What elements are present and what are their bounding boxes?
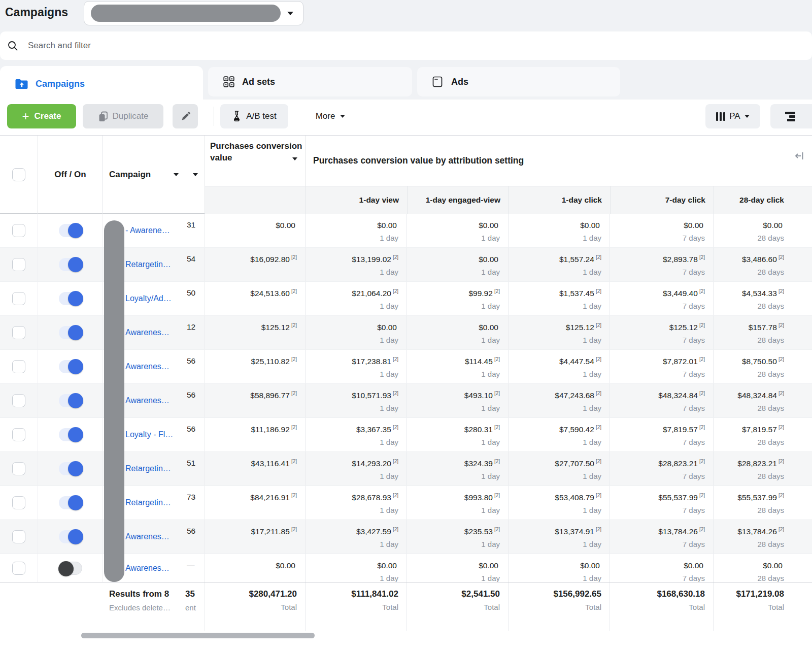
campaign-toggle[interactable] bbox=[59, 326, 82, 339]
campaign-toggle[interactable] bbox=[59, 462, 82, 475]
row-checkbox[interactable] bbox=[12, 292, 25, 305]
campaign-toggle[interactable] bbox=[59, 292, 82, 305]
row-checkbox-cell bbox=[0, 282, 38, 315]
campaign-toggle[interactable] bbox=[59, 496, 82, 509]
1-day-click-cell: $0.001 day bbox=[509, 214, 610, 247]
account-selector-dropdown[interactable] bbox=[84, 1, 303, 25]
ads-manager-app: Campaigns Campaigns bbox=[0, 0, 812, 650]
row-checkbox-cell bbox=[0, 554, 38, 582]
campaign-name-link[interactable]: Awarenes… bbox=[125, 328, 170, 337]
clipped-column-fragment: — bbox=[186, 554, 205, 582]
subheader-7-day-click: 7-day click bbox=[610, 186, 714, 214]
1-day-view-cell: $0.001 day bbox=[306, 554, 407, 582]
7-day-click-cell: $7,819.57[2]7 days bbox=[610, 418, 714, 451]
7-day-click-cell: $0.007 days bbox=[610, 554, 714, 582]
campaign-name-link[interactable]: - Awarene… bbox=[125, 226, 170, 235]
more-button[interactable]: More bbox=[305, 104, 356, 128]
sort-caret-icon[interactable] bbox=[292, 157, 297, 160]
more-button-label: More bbox=[316, 111, 335, 121]
campaign-name-link[interactable]: Awarenes… bbox=[125, 362, 170, 371]
campaign-name-link[interactable]: Loyalty/Ad… bbox=[125, 294, 172, 303]
search-input[interactable] bbox=[28, 41, 332, 51]
row-checkbox[interactable] bbox=[12, 224, 25, 237]
7-day-click-cell: $28,823.21[2]7 days bbox=[610, 452, 714, 485]
sort-caret-icon[interactable] bbox=[193, 173, 198, 176]
campaign-toggle[interactable] bbox=[59, 224, 82, 237]
subheader-28-day-click: 28-day click bbox=[714, 186, 812, 214]
columns-button[interactable]: PA bbox=[705, 104, 760, 128]
subheader-1-day-engaged-view: 1-day engaged-view bbox=[407, 186, 509, 214]
breakdown-button[interactable] bbox=[770, 104, 812, 128]
campaign-name-link[interactable]: Retargetin… bbox=[125, 498, 171, 507]
duplicate-button[interactable]: Duplicate bbox=[83, 104, 163, 128]
tab-campaigns[interactable]: Campaigns bbox=[0, 66, 203, 102]
campaign-toggle[interactable] bbox=[59, 428, 82, 441]
purchases-value-cell: $84,216.91[2] bbox=[205, 486, 306, 519]
duplicate-icon bbox=[98, 111, 108, 122]
campaigns-table: Off / On Campaign Purchases conversion v… bbox=[0, 135, 812, 650]
row-checkbox-cell bbox=[0, 520, 38, 554]
search-bar[interactable] bbox=[0, 31, 812, 60]
sort-caret-icon[interactable] bbox=[174, 173, 179, 176]
7-day-click-cell: $13,784.26[2]7 days bbox=[610, 520, 714, 554]
row-checkbox[interactable] bbox=[12, 258, 25, 271]
1-day-engaged-view-cell: $0.001 day bbox=[407, 316, 509, 349]
purchases-value-cell: $25,110.82[2] bbox=[205, 350, 306, 383]
campaign-name-link[interactable]: Retargetin… bbox=[125, 260, 171, 269]
row-checkbox[interactable] bbox=[12, 462, 25, 475]
create-button[interactable]: + Create bbox=[7, 104, 76, 128]
purchases-header-label: Purchases conversion value bbox=[210, 140, 305, 164]
28-day-click-cell: $157.78[2]28 days bbox=[714, 316, 812, 349]
results-count-text: Results from 8 bbox=[109, 589, 186, 599]
breakdown-icon bbox=[785, 112, 795, 121]
horizontal-scrollbar[interactable] bbox=[0, 631, 812, 650]
campaign-name-link[interactable]: Loyalty - Fl… bbox=[125, 430, 173, 439]
off-on-header: Off / On bbox=[38, 136, 103, 214]
tab-ad-sets[interactable]: Ad sets bbox=[208, 67, 412, 96]
clipped-column-fragment: 51 bbox=[186, 452, 205, 485]
row-toggle-cell bbox=[38, 384, 103, 417]
total-7-day-click-cell: $168,630.18 Total bbox=[610, 582, 714, 631]
tab-ads[interactable]: Ads bbox=[417, 67, 620, 96]
select-all-checkbox[interactable] bbox=[12, 168, 25, 181]
campaign-toggle[interactable] bbox=[59, 394, 82, 407]
1-day-engaged-view-cell: $0.001 day bbox=[407, 554, 509, 582]
total-1-day-view-cell: $111,841.02 Total bbox=[306, 582, 407, 631]
campaign-toggle[interactable] bbox=[59, 258, 82, 271]
campaign-header[interactable]: Campaign bbox=[103, 136, 186, 214]
purchases-conversion-header[interactable]: Purchases conversion value bbox=[205, 136, 306, 186]
campaign-toggle[interactable] bbox=[59, 530, 82, 543]
campaign-toggle[interactable] bbox=[59, 360, 82, 373]
1-day-click-cell: $1,537.45[2]1 day bbox=[509, 282, 610, 315]
row-checkbox[interactable] bbox=[12, 428, 25, 441]
campaign-toggle[interactable] bbox=[59, 562, 82, 575]
mini-column-header[interactable] bbox=[186, 136, 205, 214]
totals-row: Results from 8 Excludes delete… 35 ent $… bbox=[0, 582, 812, 631]
row-checkbox[interactable] bbox=[12, 562, 25, 575]
28-day-click-cell: $0.0028 days bbox=[714, 214, 812, 247]
campaign-name-link[interactable]: Retargetin… bbox=[125, 464, 171, 473]
7-day-click-cell: $55,537.99[2]7 days bbox=[610, 486, 714, 519]
campaign-name-link[interactable]: Awarenes… bbox=[125, 396, 170, 405]
clipped-column-fragment: 56 bbox=[186, 384, 205, 417]
collapse-panel-icon[interactable] bbox=[794, 151, 804, 160]
table-header: Off / On Campaign Purchases conversion v… bbox=[0, 136, 812, 214]
row-checkbox[interactable] bbox=[12, 394, 25, 407]
clipped-column-fragment: 54 bbox=[186, 248, 205, 281]
purchases-subheader-empty bbox=[205, 186, 306, 214]
scrollbar-thumb[interactable] bbox=[81, 633, 315, 638]
purchases-value-cell: $17,211.85[2] bbox=[205, 520, 306, 554]
row-checkbox[interactable] bbox=[12, 530, 25, 543]
28-day-click-cell: $7,819.57[2]28 days bbox=[714, 418, 812, 451]
campaign-name-link[interactable]: Awarenes… bbox=[125, 564, 170, 573]
ab-test-button[interactable]: A/B test bbox=[220, 104, 288, 128]
1-day-view-cell: $3,427.59[2]1 day bbox=[306, 520, 407, 554]
row-checkbox[interactable] bbox=[12, 496, 25, 509]
row-checkbox[interactable] bbox=[12, 326, 25, 339]
campaign-name-link[interactable]: Awarenes… bbox=[125, 532, 170, 541]
edit-button[interactable] bbox=[173, 104, 198, 128]
row-checkbox[interactable] bbox=[12, 360, 25, 373]
7-day-click-cell: $0.007 days bbox=[610, 214, 714, 247]
select-all-cell bbox=[0, 136, 38, 214]
1-day-view-cell: $0.001 day bbox=[306, 316, 407, 349]
